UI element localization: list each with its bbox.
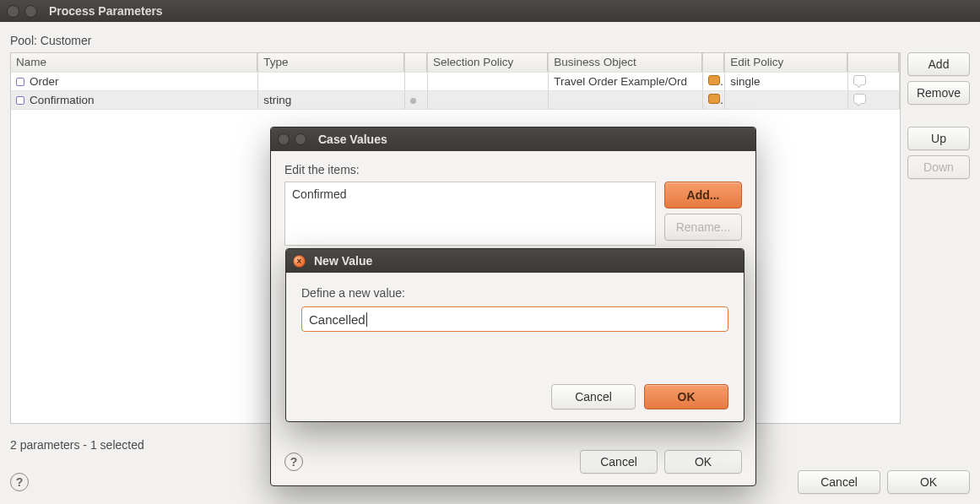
items-list[interactable]: Confirmed bbox=[284, 182, 656, 246]
cell-note-icon[interactable] bbox=[847, 90, 899, 109]
cell-type: string bbox=[258, 90, 405, 109]
cell-bo-icon[interactable] bbox=[702, 72, 725, 90]
cell-spacer bbox=[405, 72, 428, 90]
define-value-label: Define a new value: bbox=[301, 286, 728, 300]
col-header-type[interactable]: Type bbox=[258, 53, 405, 72]
browse-icon bbox=[708, 94, 720, 104]
col-header-business-object[interactable]: Business Object bbox=[549, 53, 702, 72]
param-icon bbox=[16, 78, 24, 86]
col-header-spacer1 bbox=[405, 53, 428, 72]
down-button: Down bbox=[907, 155, 970, 179]
dialog-title: New Value bbox=[314, 254, 372, 268]
window-title: Process Parameters bbox=[49, 4, 163, 18]
main-cancel-button[interactable]: Cancel bbox=[798, 470, 880, 494]
pool-label: Pool: Customer bbox=[10, 34, 970, 47]
table-row[interactable]: Order Travel Order Example/Ord single bbox=[11, 72, 900, 90]
main-ok-button[interactable]: OK bbox=[887, 470, 970, 494]
cell-spacer[interactable] bbox=[405, 90, 428, 109]
cv-add-button[interactable]: Add... bbox=[664, 182, 742, 209]
window-close-icon[interactable] bbox=[7, 5, 19, 18]
dialog-close-icon[interactable] bbox=[278, 133, 290, 145]
help-icon[interactable]: ? bbox=[284, 453, 303, 471]
nv-ok-button[interactable]: OK bbox=[644, 384, 728, 409]
window-min-icon[interactable] bbox=[24, 5, 37, 18]
new-value-input[interactable]: Cancelled bbox=[301, 306, 728, 332]
table-row[interactable]: Confirmation string bbox=[11, 90, 900, 109]
nv-cancel-button[interactable]: Cancel bbox=[551, 384, 636, 409]
cell-type bbox=[258, 72, 405, 90]
input-text: Cancelled bbox=[309, 312, 365, 327]
col-header-spacer2 bbox=[702, 53, 725, 72]
dialog-close-icon[interactable]: × bbox=[293, 255, 306, 268]
new-value-dialog: × New Value Define a new value: Cancelle… bbox=[285, 248, 744, 422]
cell-name: Confirmation bbox=[30, 94, 95, 106]
cell-name: Order bbox=[30, 75, 59, 88]
cell-business-object: Travel Order Example/Ord bbox=[549, 72, 702, 90]
up-button[interactable]: Up bbox=[907, 127, 970, 150]
dot-icon bbox=[410, 98, 416, 104]
cell-edit-policy: single bbox=[725, 72, 847, 90]
add-button[interactable]: Add bbox=[907, 52, 970, 76]
cv-ok-button[interactable]: OK bbox=[664, 450, 742, 474]
status-text: 2 parameters - 1 selected bbox=[10, 438, 144, 452]
col-header-selection-policy[interactable]: Selection Policy bbox=[427, 53, 548, 72]
table-header-row: Name Type Selection Policy Business Obje… bbox=[11, 53, 900, 72]
caret-icon bbox=[366, 312, 367, 327]
help-icon[interactable]: ? bbox=[10, 473, 29, 491]
note-icon bbox=[853, 75, 866, 85]
list-item[interactable]: Confirmed bbox=[290, 186, 650, 203]
col-header-spacer3 bbox=[847, 53, 899, 72]
cv-rename-button: Rename... bbox=[664, 214, 742, 241]
cell-note-icon[interactable] bbox=[847, 72, 899, 90]
cell-bo-icon[interactable] bbox=[702, 90, 725, 109]
param-icon bbox=[16, 96, 24, 105]
col-header-name[interactable]: Name bbox=[11, 53, 258, 72]
edit-items-label: Edit the items: bbox=[284, 163, 742, 176]
col-header-edit-policy[interactable]: Edit Policy bbox=[725, 53, 847, 72]
cell-edit-policy bbox=[725, 90, 847, 109]
cv-cancel-button[interactable]: Cancel bbox=[580, 450, 658, 474]
cell-sel-policy bbox=[427, 90, 548, 109]
browse-icon bbox=[708, 75, 720, 85]
dialog-min-icon[interactable] bbox=[295, 133, 306, 145]
cell-business-object bbox=[549, 90, 702, 109]
dialog-title: Case Values bbox=[318, 133, 387, 146]
cell-sel-policy bbox=[427, 72, 548, 90]
note-icon bbox=[853, 94, 866, 104]
remove-button[interactable]: Remove bbox=[907, 81, 970, 105]
